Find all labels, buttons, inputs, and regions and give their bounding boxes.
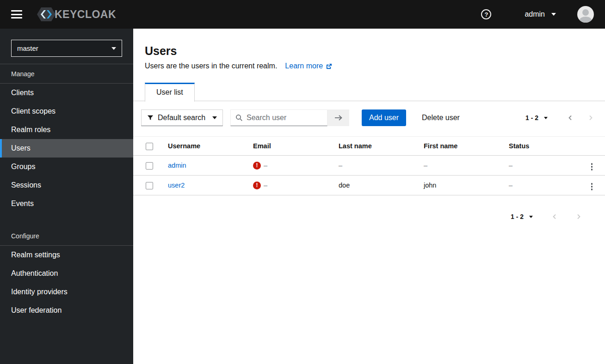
brand-text: KEYCLOAK [55,8,116,21]
search-box [230,109,327,126]
email-value: – [264,162,267,169]
chevron-right-icon [588,115,594,121]
email-error-icon: ! [253,162,261,170]
user-dropdown[interactable]: admin [525,10,556,18]
help-icon[interactable]: ? [481,9,491,19]
chevron-down-icon [212,116,217,119]
learn-more-label: Learn more [285,62,323,70]
arrow-right-icon [334,115,343,121]
username-label: admin [525,10,545,18]
sidebar: master Manage Clients Client scopes Real… [0,29,133,364]
row-kebab-menu-icon[interactable] [588,181,596,192]
user-link[interactable]: admin [168,162,186,169]
sidebar-item-groups[interactable]: Groups [0,158,133,176]
learn-more-link[interactable]: Learn more [285,62,333,70]
search-type-dropdown[interactable]: Default search [141,109,223,126]
first-name-value: john [416,176,501,195]
avatar[interactable] [577,6,594,23]
pagination-bottom: 1 - 2 [133,213,605,220]
column-header-first-name: First name [416,137,501,156]
table-row: admin ! – – – – [133,156,605,176]
hamburger-menu-icon[interactable] [11,10,22,18]
previous-page-button[interactable] [567,115,573,121]
previous-page-button[interactable] [551,213,557,220]
chevron-down-icon [551,13,556,16]
tab-user-list[interactable]: User list [145,83,195,102]
status-value: – [509,162,512,169]
sidebar-item-sessions[interactable]: Sessions [0,176,133,194]
nav-section-configure-label: Configure [0,213,133,245]
nav-section-manage-label: Manage [0,64,133,83]
page-title: Users [145,44,594,58]
realm-selector[interactable]: master [11,40,122,57]
page-header: Users Users are the users in the current… [133,29,605,70]
row-checkbox[interactable] [146,162,153,170]
row-checkbox[interactable] [146,182,153,189]
search-submit-button[interactable] [327,109,349,126]
sidebar-item-authentication[interactable]: Authentication [0,264,133,283]
column-header-last-name: Last name [331,137,416,156]
toolbar: Default search Add us [133,101,605,126]
sidebar-item-events[interactable]: Events [0,194,133,213]
keycloak-logo: KEYCLOAK [36,5,116,24]
row-kebab-menu-icon[interactable] [588,161,596,172]
next-page-button[interactable] [576,213,582,220]
search-type-label: Default search [158,114,205,122]
column-header-username: Username [161,137,246,156]
filter-icon [147,115,154,121]
email-error-icon: ! [253,182,261,189]
search-icon [235,114,243,121]
pagination-range: 1 - 2 [525,114,538,121]
users-table: Username Email Last name First name Stat… [133,136,605,195]
main-content: Users Users are the users in the current… [133,29,605,364]
sidebar-item-realm-settings[interactable]: Realm settings [0,246,133,264]
add-user-button[interactable]: Add user [362,109,406,126]
sidebar-item-clients[interactable]: Clients [0,84,133,102]
table-row: user2 ! – doe john – [133,176,605,195]
last-name-value: – [339,162,342,169]
column-header-email: Email [246,137,331,156]
table-header-row: Username Email Last name First name Stat… [133,137,605,156]
tab-bar: User list [133,83,605,101]
search-input[interactable] [247,114,321,122]
select-all-checkbox[interactable] [146,143,153,150]
keycloak-hexagon-icon [36,5,56,24]
user-link[interactable]: user2 [168,182,185,189]
masthead-actions: ? admin [481,6,605,23]
pagination-range: 1 - 2 [511,213,524,220]
search-group [230,109,349,126]
keycloak-admin-console: KEYCLOAK ? admin master Manage Clients C… [0,0,605,364]
column-header-status: Status [501,137,581,156]
status-value: – [509,182,512,189]
page-description: Users are the users in the current realm… [145,62,277,70]
sidebar-item-user-federation[interactable]: User federation [0,301,133,320]
pagination-top: 1 - 2 [525,114,594,121]
realm-selector-value: master [17,44,38,52]
sidebar-item-client-scopes[interactable]: Client scopes [0,102,133,121]
masthead: KEYCLOAK ? admin [0,0,605,29]
sidebar-item-identity-providers[interactable]: Identity providers [0,283,133,301]
sidebar-item-realm-roles[interactable]: Realm roles [0,121,133,139]
chevron-left-icon [567,115,573,121]
sidebar-item-users[interactable]: Users [0,139,133,158]
last-name-value: doe [331,176,416,195]
first-name-value: – [424,162,427,169]
pagination-menu-icon[interactable] [544,117,548,119]
chevron-left-icon [551,213,557,220]
email-value: – [264,182,267,189]
next-page-button[interactable] [588,115,594,121]
pagination-menu-icon[interactable] [529,216,533,218]
external-link-icon [326,63,333,70]
delete-user-button[interactable]: Delete user [422,109,460,126]
chevron-down-icon [111,47,116,50]
chevron-right-icon [576,213,582,220]
